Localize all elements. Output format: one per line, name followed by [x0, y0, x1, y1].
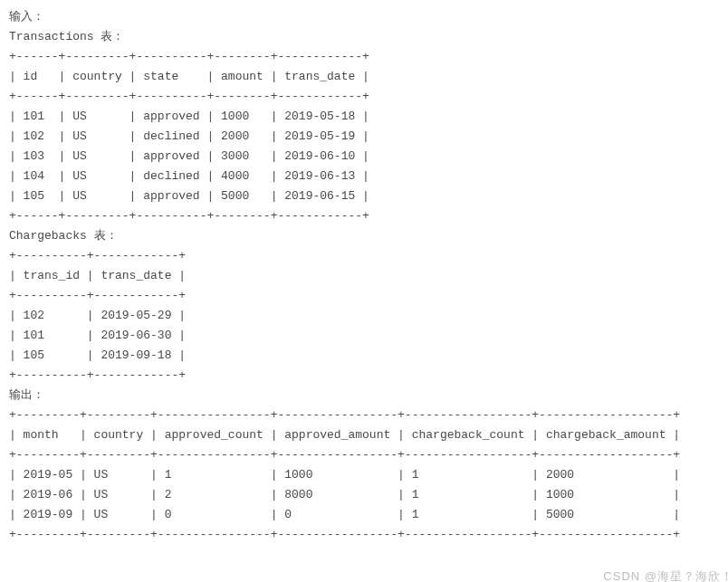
chargebacks-header: | trans_id | trans_date |	[9, 269, 186, 282]
table-row: | 105 | US | approved | 5000 | 2019-06-1…	[9, 189, 369, 203]
table-row: | 2019-05 | US | 1 | 1000 | 1 | 2000 |	[9, 468, 680, 482]
csdn-watermark: CSDN @海星？海欣！	[603, 567, 728, 582]
output-label: 输出：	[9, 388, 44, 402]
table-row: | 104 | US | declined | 4000 | 2019-06-1…	[9, 169, 369, 183]
output-border-bottom: +---------+---------+----------------+--…	[9, 528, 680, 541]
chargebacks-border-top: +----------+------------+	[9, 249, 186, 262]
table-row: | 101 | US | approved | 1000 | 2019-05-1…	[9, 110, 369, 123]
chargebacks-border-mid: +----------+------------+	[9, 289, 186, 302]
table-row: | 101 | 2019-06-30 |	[9, 329, 186, 342]
table-row: | 2019-06 | US | 2 | 8000 | 1 | 1000 |	[9, 488, 680, 501]
output-border-top: +---------+---------+----------------+--…	[9, 408, 680, 422]
input-label: 输入：	[9, 10, 44, 24]
output-header: | month | country | approved_count | app…	[9, 428, 680, 442]
transactions-caption: Transactions 表：	[9, 30, 124, 43]
transactions-header: | id | country | state | amount | trans_…	[9, 70, 369, 83]
transactions-border-bottom: +------+---------+----------+--------+--…	[9, 209, 369, 223]
table-row: | 103 | US | approved | 3000 | 2019-06-1…	[9, 149, 369, 163]
output-border-mid: +---------+---------+----------------+--…	[9, 448, 680, 462]
table-row: | 2019-09 | US | 0 | 0 | 1 | 5000 |	[9, 508, 680, 521]
table-row: | 102 | US | declined | 2000 | 2019-05-1…	[9, 129, 369, 143]
chargebacks-caption: Chargebacks 表：	[9, 229, 118, 243]
chargebacks-border-bottom: +----------+------------+	[9, 368, 186, 382]
table-row: | 105 | 2019-09-18 |	[9, 348, 186, 362]
transactions-border-top: +------+---------+----------+--------+--…	[9, 50, 369, 63]
table-row: | 102 | 2019-05-29 |	[9, 309, 186, 322]
transactions-border-mid: +------+---------+----------+--------+--…	[9, 90, 369, 103]
